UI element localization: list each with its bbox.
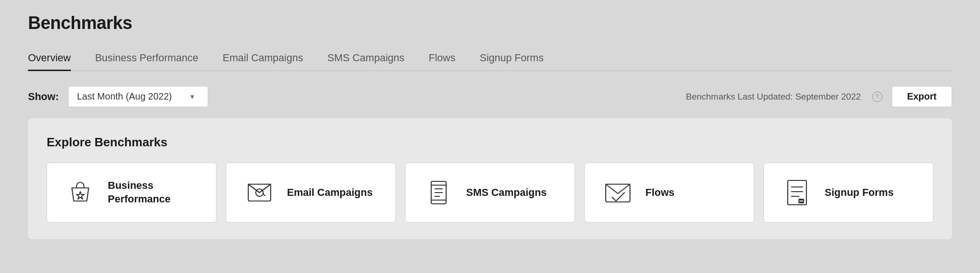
sms-campaigns-icon — [422, 176, 455, 209]
show-label: Show: — [28, 91, 59, 103]
tab-email-campaigns[interactable]: Email Campaigns — [223, 46, 303, 71]
card-label-signup-forms: Signup Forms — [825, 186, 894, 200]
card-signup-forms[interactable]: Signup Forms — [763, 163, 933, 223]
card-business-performance[interactable]: Business Performance — [47, 163, 217, 223]
signup-forms-icon — [781, 176, 813, 209]
card-sms-campaigns[interactable]: SMS Campaigns — [405, 163, 575, 223]
card-label-flows: Flows — [645, 186, 674, 200]
header-section: Benchmarks Overview Business Performance… — [0, 0, 980, 71]
email-campaigns-icon — [243, 176, 276, 209]
info-icon[interactable]: ? — [872, 92, 882, 102]
show-group: Show: Last Month (Aug 2022) ▾ — [28, 86, 208, 107]
dropdown-value: Last Month (Aug 2022) — [77, 91, 172, 102]
explore-section: Explore Benchmarks Business Performance — [28, 118, 952, 239]
tab-overview[interactable]: Overview — [28, 46, 71, 71]
tab-flows[interactable]: Flows — [429, 46, 455, 71]
tab-sms-campaigns[interactable]: SMS Campaigns — [327, 46, 404, 71]
page-title: Benchmarks — [28, 13, 952, 33]
chevron-down-icon: ▾ — [190, 92, 194, 101]
explore-title: Explore Benchmarks — [47, 135, 933, 150]
card-email-campaigns[interactable]: Email Campaigns — [226, 163, 396, 223]
export-button[interactable]: Export — [892, 86, 952, 107]
flows-icon — [602, 176, 634, 209]
date-range-dropdown[interactable]: Last Month (Aug 2022) ▾ — [68, 86, 208, 107]
tab-business-performance[interactable]: Business Performance — [95, 46, 198, 71]
card-label-email-campaigns: Email Campaigns — [287, 186, 372, 200]
controls-row: Show: Last Month (Aug 2022) ▾ Benchmarks… — [0, 71, 980, 118]
svg-marker-0 — [77, 192, 84, 199]
tab-signup-forms[interactable]: Signup Forms — [480, 46, 544, 71]
card-flows[interactable]: Flows — [584, 163, 754, 223]
card-label-business-performance: Business Performance — [108, 179, 199, 206]
business-performance-icon — [64, 176, 97, 209]
right-controls: Benchmarks Last Updated: September 2022 … — [686, 86, 952, 107]
tabs-bar: Overview Business Performance Email Camp… — [28, 46, 952, 71]
benchmarks-last-updated: Benchmarks Last Updated: September 2022 — [686, 92, 861, 102]
card-label-sms-campaigns: SMS Campaigns — [466, 186, 546, 200]
benchmark-cards: Business Performance Email Campaigns — [47, 163, 933, 223]
page-wrapper: Benchmarks Overview Business Performance… — [0, 0, 980, 273]
